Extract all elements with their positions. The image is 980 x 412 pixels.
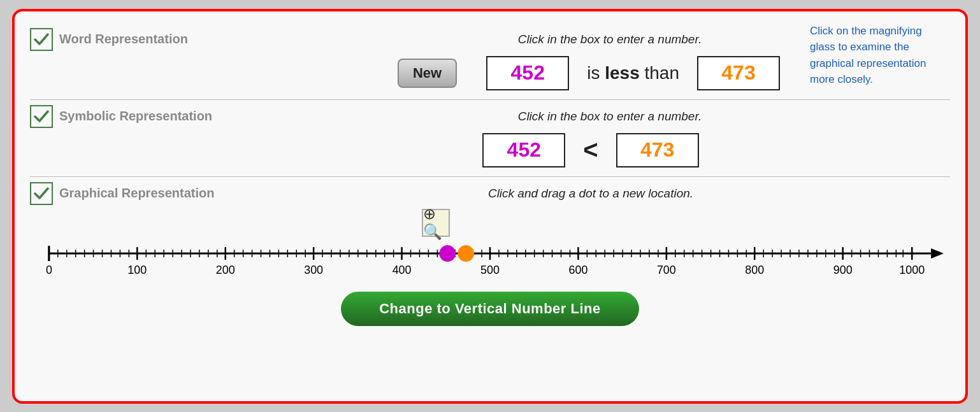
word-relation-text: is less than — [587, 63, 679, 83]
relation-than: than — [640, 63, 679, 83]
symbolic-instruction: Click in the box to enter a number. — [231, 110, 950, 124]
word-number-box-1[interactable]: 452 — [486, 56, 569, 90]
checkmark-icon-3 — [34, 186, 49, 201]
number-line-area: ⊕🔍 0 100 200 3 — [30, 210, 950, 285]
new-button[interactable]: New — [398, 59, 457, 88]
symbolic-less-than-symbol: < — [583, 136, 598, 164]
word-number-box-2[interactable]: 473 — [697, 56, 780, 90]
word-section-label: Word Representation — [59, 32, 231, 46]
magnify-icon: ⊕🔍 — [423, 205, 449, 241]
svg-text:300: 300 — [304, 263, 323, 276]
symbolic-top-row: Symbolic Representation Click in the box… — [30, 105, 950, 128]
graphical-instruction: Click and drag a dot to a new location. — [231, 187, 950, 201]
symbolic-representation-section: Symbolic Representation Click in the box… — [30, 100, 950, 177]
svg-text:100: 100 — [127, 263, 147, 276]
symbolic-section-label: Symbolic Representation — [59, 109, 231, 124]
svg-text:400: 400 — [393, 263, 412, 276]
hint-text: Click on the magnifying glass to examine… — [810, 25, 926, 86]
svg-text:700: 700 — [657, 263, 676, 276]
number-line-svg: 0 100 200 300 400 500 600 700 800 900 — [30, 234, 950, 285]
svg-text:0: 0 — [46, 263, 52, 276]
symbolic-checkbox[interactable] — [30, 105, 53, 128]
dot-452[interactable] — [439, 245, 456, 262]
checkmark-icon-2 — [34, 109, 49, 124]
symbolic-number-box-1[interactable]: 452 — [482, 133, 565, 167]
arrow-head — [931, 248, 944, 259]
symbolic-number-1-value: 452 — [507, 138, 541, 162]
hint-panel: Click on the magnifying glass to examine… — [810, 23, 950, 88]
relation-is: is — [587, 63, 605, 83]
graphical-top-row: Graphical Representation Click and drag … — [30, 182, 950, 205]
graphical-section-label: Graphical Representation — [59, 186, 231, 201]
svg-text:600: 600 — [568, 263, 587, 276]
change-to-vertical-button[interactable]: Change to Vertical Number Line — [341, 292, 639, 326]
checkmark-icon — [34, 32, 49, 47]
word-number-2-value: 473 — [721, 61, 755, 85]
word-number-1-value: 452 — [511, 61, 545, 85]
symbolic-number-2-value: 473 — [640, 138, 674, 162]
svg-text:200: 200 — [216, 263, 235, 276]
dot-473[interactable] — [458, 245, 474, 262]
relation-less: less — [605, 63, 640, 83]
word-checkbox[interactable] — [30, 28, 53, 51]
graphical-representation-section: Graphical Representation Click and drag … — [30, 177, 950, 390]
main-container: Click on the magnifying glass to examine… — [12, 9, 968, 404]
change-button-row: Change to Vertical Number Line — [30, 292, 950, 329]
svg-text:1000: 1000 — [899, 263, 925, 276]
magnify-button[interactable]: ⊕🔍 — [422, 209, 450, 237]
symbolic-number-box-2[interactable]: 473 — [616, 133, 699, 167]
symbolic-numbers-row: 452 < 473 — [30, 128, 950, 171]
svg-text:800: 800 — [745, 263, 764, 276]
svg-text:500: 500 — [480, 263, 500, 276]
svg-text:900: 900 — [833, 263, 853, 276]
graphical-checkbox[interactable] — [30, 182, 53, 205]
